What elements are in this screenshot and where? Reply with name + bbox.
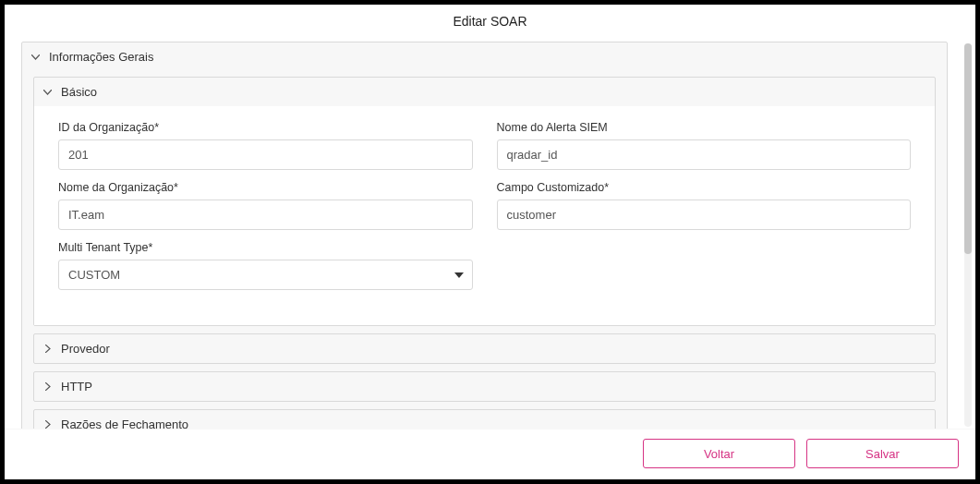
panel-title: Básico xyxy=(61,85,97,99)
field-alert-siem: Nome do Alerta SIEM xyxy=(497,121,912,170)
label-org-name: Nome da Organização* xyxy=(58,181,473,194)
panel-basico: Básico ID da Organização* xyxy=(33,77,936,326)
page-title: Editar SOAR xyxy=(5,5,975,42)
panel-header-razoes-fechamento[interactable]: Razões de Fechamento xyxy=(34,410,935,429)
select-wrap-multi-tenant: CUSTOM xyxy=(58,260,473,290)
panel-title: Razões de Fechamento xyxy=(61,417,188,429)
panel-provedor: Provedor xyxy=(33,333,936,364)
panel-informacoes-gerais: Informações Gerais Básico xyxy=(21,42,948,429)
content-wrap: Informações Gerais Básico xyxy=(5,42,975,429)
panel-header-informacoes-gerais[interactable]: Informações Gerais xyxy=(22,42,947,71)
chevron-down-icon xyxy=(43,88,52,96)
input-org-name[interactable] xyxy=(58,200,473,230)
chevron-right-icon xyxy=(43,420,52,429)
input-org-id[interactable] xyxy=(58,139,473,170)
label-custom-field: Campo Customizado* xyxy=(497,181,912,194)
scrollbar-track[interactable] xyxy=(964,43,972,427)
input-alert-siem[interactable] xyxy=(497,139,912,170)
select-multi-tenant[interactable]: CUSTOM xyxy=(58,260,473,290)
chevron-right-icon xyxy=(43,345,52,353)
panel-body-basico: ID da Organização* Nome da Organização* … xyxy=(34,106,935,325)
field-org-name: Nome da Organização* xyxy=(58,181,473,230)
chevron-down-icon xyxy=(31,53,40,61)
footer: Voltar Salvar xyxy=(5,429,975,479)
field-custom-field: Campo Customizado* xyxy=(497,181,912,230)
panel-title: Provedor xyxy=(61,342,110,356)
dialog-editar-soar: Editar SOAR Informações Gerais xyxy=(5,5,975,479)
field-org-id: ID da Organização* xyxy=(58,121,473,170)
form-col-left: ID da Organização* Nome da Organização* … xyxy=(58,121,473,301)
input-custom-field[interactable] xyxy=(497,200,912,230)
panel-header-provedor[interactable]: Provedor xyxy=(34,334,935,363)
panel-http: HTTP xyxy=(33,371,936,402)
form-row: ID da Organização* Nome da Organização* … xyxy=(58,121,911,301)
field-multi-tenant: Multi Tenant Type* CUSTOM xyxy=(58,241,473,290)
scrollbar-thumb[interactable] xyxy=(964,43,972,254)
back-button[interactable]: Voltar xyxy=(643,439,795,468)
panel-title: Informações Gerais xyxy=(49,50,153,64)
panel-header-basico[interactable]: Básico xyxy=(34,78,935,106)
panel-razoes-fechamento: Razões de Fechamento xyxy=(33,409,936,429)
save-button[interactable]: Salvar xyxy=(806,439,959,468)
panel-header-http[interactable]: HTTP xyxy=(34,372,935,401)
content-scroll: Informações Gerais Básico xyxy=(5,42,964,429)
label-org-id: ID da Organização* xyxy=(58,121,473,134)
panel-body-informacoes-gerais: Básico ID da Organização* xyxy=(22,71,947,429)
label-alert-siem: Nome do Alerta SIEM xyxy=(497,121,912,134)
panel-title: HTTP xyxy=(61,380,92,393)
label-multi-tenant: Multi Tenant Type* xyxy=(58,241,473,254)
chevron-right-icon xyxy=(43,382,52,391)
form-col-right: Nome do Alerta SIEM Campo Customizado* xyxy=(497,121,912,301)
